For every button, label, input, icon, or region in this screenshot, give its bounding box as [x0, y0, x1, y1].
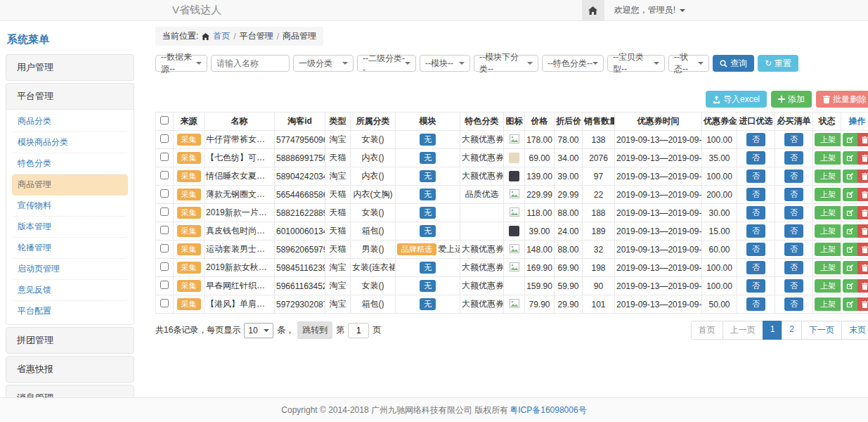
- search-button[interactable]: 查询: [713, 55, 754, 72]
- row-checkbox[interactable]: [160, 189, 169, 198]
- filter-select-level1-category[interactable]: 一级分类: [293, 55, 354, 72]
- sidebar-item-platform-config[interactable]: 平台配置: [12, 301, 128, 321]
- import-select-toggle[interactable]: 否: [746, 133, 765, 146]
- delete-button[interactable]: [857, 133, 868, 146]
- import-select-toggle[interactable]: 否: [746, 243, 765, 256]
- row-checkbox[interactable]: [160, 281, 169, 289]
- status-button[interactable]: 上架: [815, 206, 841, 219]
- page-button-首页[interactable]: 首页: [691, 321, 723, 340]
- status-button[interactable]: 上架: [815, 279, 841, 293]
- must-buy-toggle[interactable]: 否: [784, 298, 803, 311]
- sidebar-item-module-goods-category[interactable]: 模块商品分类: [12, 132, 128, 153]
- must-buy-toggle[interactable]: 否: [784, 279, 803, 293]
- row-checkbox[interactable]: [160, 153, 169, 161]
- row-checkbox[interactable]: [160, 262, 169, 271]
- edit-button[interactable]: [843, 279, 857, 293]
- edit-button[interactable]: [843, 261, 857, 274]
- delete-button[interactable]: [857, 298, 868, 311]
- filter-select-item-type[interactable]: --宝贝类型--: [607, 55, 665, 72]
- page-button-1[interactable]: 1: [763, 321, 783, 340]
- import-select-toggle[interactable]: 否: [746, 151, 765, 165]
- must-buy-toggle[interactable]: 否: [784, 151, 803, 165]
- sidebar-item-version-management[interactable]: 版本管理: [12, 217, 128, 238]
- reset-button[interactable]: ↻重置: [758, 55, 798, 72]
- status-button[interactable]: 上架: [815, 151, 841, 165]
- sidebar-item-splash-management[interactable]: 启动页管理: [12, 259, 128, 280]
- filter-select-level2-category[interactable]: --二级分类--: [357, 55, 416, 72]
- edit-button[interactable]: [843, 243, 857, 256]
- filter-select-module[interactable]: --模块--: [420, 55, 470, 72]
- import-select-toggle[interactable]: 否: [746, 298, 765, 311]
- must-buy-toggle[interactable]: 否: [784, 170, 803, 183]
- batch-delete-button[interactable]: 批量删除: [816, 91, 868, 108]
- filter-select-status[interactable]: --状态--: [668, 55, 709, 72]
- sidebar-item-goods-category[interactable]: 商品分类: [12, 111, 128, 132]
- status-button[interactable]: 上架: [815, 133, 841, 146]
- icp-link[interactable]: 粤ICP备16098006号: [510, 404, 586, 416]
- page-button-上一页[interactable]: 上一页: [723, 321, 763, 340]
- row-checkbox[interactable]: [160, 171, 169, 179]
- import-select-toggle[interactable]: 否: [746, 261, 765, 274]
- edit-button[interactable]: [843, 298, 857, 311]
- delete-button[interactable]: [857, 243, 868, 256]
- edit-button[interactable]: [843, 151, 857, 165]
- must-buy-toggle[interactable]: 否: [784, 133, 803, 146]
- row-checkbox[interactable]: [160, 207, 169, 216]
- status-button[interactable]: 上架: [815, 298, 841, 311]
- status-button[interactable]: 上架: [815, 243, 841, 256]
- must-buy-toggle[interactable]: 否: [784, 206, 803, 219]
- sidebar-item-feedback[interactable]: 意见反馈: [12, 280, 128, 301]
- delete-button[interactable]: [857, 206, 868, 219]
- filter-select-module-subcategory[interactable]: --模块下分类--: [474, 55, 538, 72]
- sidebar-item-platform[interactable]: 平台管理: [6, 84, 134, 109]
- sidebar-item-users[interactable]: 用户管理: [6, 55, 134, 80]
- sidebar-item-goods-management[interactable]: 商品管理: [12, 174, 128, 196]
- import-select-toggle[interactable]: 否: [746, 206, 765, 219]
- jump-to-button[interactable]: 跳转到: [297, 321, 332, 339]
- filter-select-data-source[interactable]: --数据来源--: [155, 55, 207, 72]
- edit-button[interactable]: [843, 188, 857, 201]
- delete-button[interactable]: [857, 188, 868, 201]
- select-all-checkbox[interactable]: [160, 116, 169, 124]
- status-button[interactable]: 上架: [815, 188, 841, 201]
- page-number-input[interactable]: [348, 323, 369, 338]
- sidebar-item-feature-category[interactable]: 特色分类: [12, 153, 128, 174]
- delete-button[interactable]: [857, 279, 868, 293]
- delete-button[interactable]: [857, 261, 868, 274]
- filter-name-input[interactable]: [211, 55, 290, 72]
- status-button[interactable]: 上架: [815, 170, 841, 183]
- delete-button[interactable]: [857, 151, 868, 165]
- import-select-toggle[interactable]: 否: [746, 224, 765, 238]
- row-checkbox[interactable]: [160, 299, 169, 307]
- must-buy-toggle[interactable]: 否: [784, 261, 803, 274]
- sidebar-item-express[interactable]: 省惠快报: [6, 357, 134, 382]
- page-button-2[interactable]: 2: [782, 321, 802, 340]
- delete-button[interactable]: [857, 224, 868, 238]
- sidebar-item-promo-materials[interactable]: 宣传物料: [12, 196, 128, 217]
- delete-button[interactable]: [857, 170, 868, 183]
- page-button-末页[interactable]: 末页: [841, 321, 868, 340]
- status-button[interactable]: 上架: [815, 224, 841, 238]
- row-checkbox[interactable]: [160, 134, 169, 143]
- edit-button[interactable]: [843, 133, 857, 146]
- edit-button[interactable]: [843, 224, 857, 238]
- user-menu[interactable]: 欢迎您，管理员!: [604, 0, 695, 21]
- import-select-toggle[interactable]: 否: [746, 170, 765, 183]
- edit-button[interactable]: [843, 170, 857, 183]
- must-buy-toggle[interactable]: 否: [784, 188, 803, 201]
- row-checkbox[interactable]: [160, 226, 169, 234]
- must-buy-toggle[interactable]: 否: [784, 243, 803, 256]
- page-button-下一页[interactable]: 下一页: [801, 321, 842, 340]
- import-select-toggle[interactable]: 否: [746, 188, 765, 201]
- row-checkbox[interactable]: [160, 244, 169, 252]
- per-page-select[interactable]: 10: [244, 323, 273, 338]
- filter-select-feature-category[interactable]: --特色分类--: [542, 55, 604, 72]
- sidebar-item-carousel-management[interactable]: 轮播管理: [12, 238, 128, 259]
- import-excel-button[interactable]: 导入excel: [706, 91, 767, 108]
- import-select-toggle[interactable]: 否: [746, 279, 765, 293]
- breadcrumb-home-link[interactable]: 首页: [213, 30, 230, 42]
- status-button[interactable]: 上架: [815, 261, 841, 274]
- home-button[interactable]: [582, 0, 604, 21]
- add-button[interactable]: 添加: [771, 91, 812, 108]
- must-buy-toggle[interactable]: 否: [784, 224, 803, 238]
